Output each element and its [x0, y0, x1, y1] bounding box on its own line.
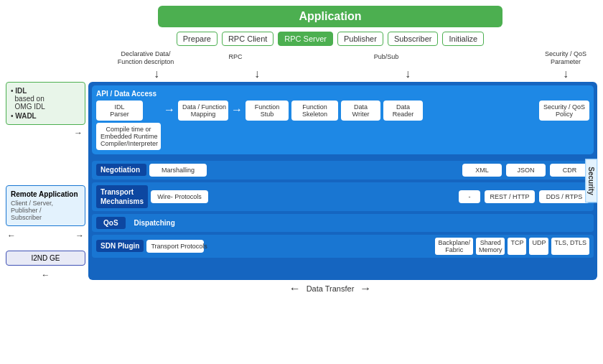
- data-reader-box: DataReader: [383, 101, 423, 121]
- remote-app-box: Remote Application Client / Server,Publi…: [6, 185, 85, 226]
- arrow-down-pubsub: ↓: [379, 67, 436, 80]
- diagram-container: Application Prepare RPC Client RPC Serve…: [0, 0, 603, 364]
- wire-protocols-box: Wire- Protocols: [151, 190, 208, 203]
- outer-layout: Application Prepare RPC Client RPC Serve…: [6, 6, 597, 295]
- transport-protocols-box: Transport Protocols: [146, 240, 204, 253]
- cdr-box: CDR: [550, 164, 589, 177]
- negotiation-row: Negotiation Marshalling XML JSON CDR: [92, 161, 594, 179]
- security-qos-policy-box: Security / QoSPolicy: [539, 101, 589, 121]
- pubsub-label: Pub/Sub: [357, 50, 415, 66]
- blue-panel: API / Data Access IDLParser Compile time…: [88, 82, 597, 280]
- arrow-right-2: →: [231, 101, 243, 116]
- dispatching-label: Dispatching: [134, 219, 175, 227]
- backplane-box: Backplane/Fabric: [435, 238, 473, 255]
- transport-mechanisms-label: TransportMechanisms: [96, 185, 148, 208]
- arrow-left-transfer: ←: [289, 282, 301, 295]
- function-stub-box: FunctionStub: [246, 101, 289, 121]
- rpc-client-button[interactable]: RPC Client: [222, 32, 274, 46]
- subscriber-button[interactable]: Subscriber: [388, 32, 439, 46]
- function-skeleton-box: FunctionSkeleton: [291, 101, 338, 121]
- tls-dtls-box: TLS, DTLS: [551, 238, 589, 255]
- data-function-mapping-box: Data / FunctionMapping: [178, 101, 228, 121]
- arrow-right-transfer: →: [360, 282, 371, 295]
- api-section: API / Data Access IDLParser Compile time…: [92, 85, 594, 154]
- negotiation-label: Negotiation: [96, 164, 146, 176]
- shared-memory-box: SharedMemory: [476, 238, 505, 255]
- idl-parser-box: IDLParser: [96, 101, 143, 121]
- remote-app-sub: Client / Server,Publisher /Subscriber: [11, 200, 80, 221]
- arrow-down-rpc: ↓: [228, 67, 286, 80]
- desc-labels-row: Declarative Data/Function descripton RPC…: [85, 50, 602, 66]
- arrow-down-security: ↓: [530, 67, 602, 80]
- tcp-box: TCP: [508, 238, 526, 255]
- rpc-server-button[interactable]: RPC Server: [278, 32, 333, 46]
- api-section-label: API / Data Access: [96, 90, 589, 98]
- xml-box: XML: [462, 164, 502, 177]
- idl-box: • IDL based on OMG IDL • WADL: [6, 82, 85, 125]
- prepare-button[interactable]: Prepare: [177, 32, 218, 46]
- dash-box: -: [459, 190, 480, 203]
- left-panel: • IDL based on OMG IDL • WADL → Remote A…: [6, 82, 88, 280]
- remote-app-title: Remote Application: [11, 190, 80, 198]
- arrow-left-remote: ←: [7, 230, 16, 241]
- arrow-down-decl: ↓: [85, 67, 228, 80]
- i2nd-box: I2ND GE: [6, 251, 85, 266]
- qos-label: QoS: [96, 217, 126, 229]
- data-transfer-row: ← Data Transfer →: [34, 282, 603, 295]
- header-section: Application Prepare RPC Client RPC Serve…: [6, 6, 597, 49]
- data-transfer-label: Data Transfer: [307, 284, 355, 293]
- content-section: • IDL based on OMG IDL • WADL → Remote A…: [6, 82, 597, 280]
- rpc-label: RPC: [207, 50, 264, 66]
- compile-time-box: Compile time orEmbedded RuntimeCompiler/…: [96, 123, 161, 150]
- publisher-button[interactable]: Publisher: [337, 32, 383, 46]
- security-side-label: Security: [585, 159, 597, 202]
- arrows-row: ↓ ↓ ↓ ↓: [85, 67, 602, 80]
- arrow-right-1: →: [164, 101, 175, 116]
- json-box: JSON: [506, 164, 546, 177]
- top-buttons-row: Prepare RPC Client RPC Server Publisher …: [177, 32, 484, 46]
- i2nd-label: I2ND GE: [31, 254, 60, 262]
- sdn-plugin-label: SDN Plugin: [96, 240, 144, 252]
- qos-dispatching-row: QoS Dispatching: [92, 214, 594, 232]
- bidirectional-arrows: ← →: [6, 230, 85, 241]
- declarative-label: Declarative Data/Function descripton: [85, 50, 207, 66]
- rest-http-box: REST / HTTP: [485, 190, 535, 203]
- marshalling-box: Marshalling: [149, 164, 207, 177]
- app-title: Application: [299, 10, 361, 22]
- dds-rtps-box: DDS / RTPS: [539, 190, 589, 203]
- udp-box: UDP: [529, 238, 548, 255]
- arrow-right-idl: →: [6, 128, 85, 138]
- arrow-left-i2nd: ←: [6, 270, 85, 280]
- data-writer-box: DataWriter: [341, 101, 380, 121]
- initialize-button[interactable]: Initialize: [442, 32, 484, 46]
- transport-protocols-row: SDN Plugin Transport Protocols Backplane…: [92, 235, 594, 258]
- transport-mechanisms-row: TransportMechanisms Wire- Protocols - RE…: [92, 182, 594, 211]
- app-header: Application: [158, 6, 502, 27]
- arrow-right-remote: →: [75, 230, 84, 241]
- security-qos-param-label: Security / QoSParameter: [530, 50, 602, 66]
